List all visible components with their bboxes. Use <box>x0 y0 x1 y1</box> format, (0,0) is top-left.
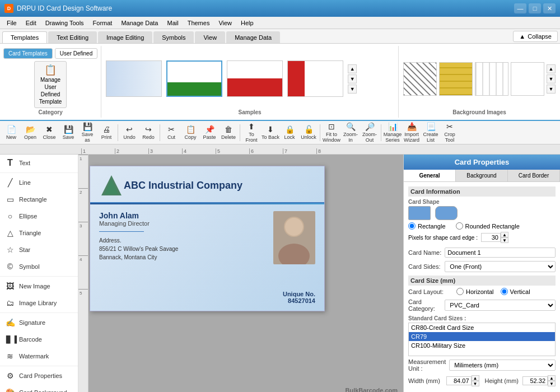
menu-themes[interactable]: Themes <box>183 18 214 27</box>
maximize-button[interactable]: □ <box>529 3 541 13</box>
sidebar-item-star[interactable]: ☆ Star <box>0 241 78 258</box>
tab-templates[interactable]: Templates <box>2 31 47 43</box>
sidebar-item-signature[interactable]: ✍ Signature <box>0 314 78 331</box>
height-spin-arrows[interactable]: ▲ ▼ <box>548 375 556 386</box>
layout-v-input[interactable] <box>501 288 508 295</box>
height-up-arrow[interactable]: ▲ <box>548 375 556 381</box>
sidebar-item-watermark[interactable]: ≋ Watermark <box>0 348 78 365</box>
pixels-spin-arrows[interactable]: ▲ ▼ <box>501 232 508 243</box>
bg-scroll-up[interactable]: ▲ <box>547 64 556 73</box>
width-spin[interactable]: ▲ ▼ <box>446 375 479 386</box>
bg-scroll-down[interactable]: ▼ <box>547 74 556 83</box>
sidebar-item-text[interactable]: T Text <box>0 155 78 171</box>
pixels-spin[interactable]: ▲ ▼ <box>481 232 508 243</box>
width-spin-arrows[interactable]: ▲ ▼ <box>472 375 479 386</box>
menu-drawing-tools[interactable]: Drawing Tools <box>41 18 88 27</box>
undo-button[interactable]: ↩Undo <box>120 123 138 142</box>
sidebar-item-image-library[interactable]: 🗂 Image Library <box>0 295 78 311</box>
sidebar-item-rectangle[interactable]: ▭ Rectangle <box>0 191 78 208</box>
unlock-button[interactable]: 🔓Unlock <box>300 123 318 142</box>
height-input[interactable] <box>522 376 548 385</box>
open-button[interactable]: 📂Open <box>21 123 39 142</box>
menu-view[interactable]: View <box>214 18 236 27</box>
rect-radio[interactable]: Rectangle <box>408 222 446 230</box>
sample-thumb-3[interactable] <box>227 60 283 97</box>
round-radio[interactable]: Rounded Rectangle <box>456 222 520 230</box>
bg-scrollbar[interactable]: ▲ ▼ ▼ <box>547 64 556 94</box>
layout-h-radio[interactable]: Horizontal <box>456 288 494 295</box>
height-down-arrow[interactable]: ▼ <box>548 381 556 386</box>
sample-thumb-2[interactable] <box>166 60 222 97</box>
tab-manage-data[interactable]: Manage Data <box>226 31 280 43</box>
save-as-button[interactable]: 💾Save as <box>78 123 96 142</box>
copy-button[interactable]: 📋Copy <box>181 123 199 142</box>
layout-v-radio[interactable]: Vertical <box>501 288 530 295</box>
close-button[interactable]: ✕ <box>543 3 556 13</box>
create-list-button[interactable]: 📃Create List <box>422 123 440 142</box>
size-cr80[interactable]: CR80-Credit Card Size <box>409 323 555 332</box>
sidebar-item-new-image[interactable]: 🖼 New Image <box>0 278 78 295</box>
sidebar-item-ellipse[interactable]: ○ Ellipse <box>0 208 78 225</box>
size-list[interactable]: CR80-Credit Card Size CR79 CR100-Militar… <box>408 323 556 356</box>
bg-thumb-1[interactable] <box>403 62 437 96</box>
tab-card-border[interactable]: Card Border <box>508 170 560 181</box>
measurement-select[interactable]: Milimeters (mm) Inches <box>449 360 556 371</box>
collapse-button[interactable]: ▲ Collapse <box>513 31 558 42</box>
menu-mail[interactable]: Mail <box>162 18 183 27</box>
print-button[interactable]: 🖨Print <box>97 123 115 142</box>
width-down-arrow[interactable]: ▼ <box>472 381 479 386</box>
tab-symbols[interactable]: Symbols <box>153 31 194 43</box>
cut-button[interactable]: ✂Cut <box>162 123 180 142</box>
card-category-select[interactable]: PVC_Card <box>445 300 556 311</box>
manage-series-button[interactable]: 📊Manage Series <box>384 123 402 142</box>
tab-text-editing[interactable]: Text Editing <box>48 31 97 43</box>
samples-scroll-up[interactable]: ▲ <box>348 64 357 73</box>
crop-tool-button[interactable]: ✂Crop Tool <box>441 123 459 142</box>
card-name-input[interactable] <box>445 248 556 258</box>
rect-radio-input[interactable] <box>408 222 416 230</box>
sidebar-item-barcode[interactable]: ▐▌▐ Barcode <box>0 331 78 348</box>
minimize-button[interactable]: — <box>514 3 526 13</box>
pixels-input[interactable] <box>481 233 501 242</box>
sidebar-item-line[interactable]: ╱ Line <box>0 174 78 191</box>
fit-to-window-button[interactable]: ⊡Fit to Window <box>323 123 340 142</box>
close-button[interactable]: ✖Close <box>40 123 58 142</box>
menu-file[interactable]: File <box>2 18 21 27</box>
sidebar-item-triangle[interactable]: △ Triangle <box>0 225 78 241</box>
round-radio-input[interactable] <box>456 222 463 230</box>
sidebar-item-card-properties[interactable]: ⚙ Card Properties <box>0 367 78 384</box>
bg-thumb-3[interactable] <box>475 62 508 96</box>
zoom-out-button[interactable]: 🔎Zoom-Out <box>361 123 379 142</box>
to-front-button[interactable]: ⬆To Front <box>242 123 260 142</box>
redo-button[interactable]: ↪Redo <box>139 123 157 142</box>
card-templates-button[interactable]: Card Templates <box>3 48 53 59</box>
samples-scroll-dropdown[interactable]: ▼ <box>348 85 357 94</box>
zoom-in-button[interactable]: 🔍Zoom-In <box>342 123 360 142</box>
menu-manage-data[interactable]: Manage Data <box>116 18 162 27</box>
size-cr79[interactable]: CR79 <box>409 332 555 341</box>
menu-edit[interactable]: Edit <box>21 18 41 27</box>
height-spin[interactable]: ▲ ▼ <box>522 375 556 386</box>
card-sides-select[interactable]: One (Front) Two (Front & Back) <box>445 261 556 272</box>
bg-thumb-2[interactable] <box>439 62 473 96</box>
bg-thumb-4[interactable] <box>511 62 544 96</box>
paste-button[interactable]: 📌Paste <box>200 123 218 142</box>
layout-h-input[interactable] <box>456 288 464 295</box>
pixels-up-arrow[interactable]: ▲ <box>501 232 508 237</box>
samples-scrollbar[interactable]: ▲ ▼ ▼ <box>348 64 357 94</box>
lock-button[interactable]: 🔒Lock <box>281 123 298 142</box>
manage-template-button[interactable]: 📋 ManageUserDefinedTemplate <box>34 61 67 108</box>
to-back-button[interactable]: ⬇To Back <box>262 123 279 142</box>
user-defined-button[interactable]: User Defined <box>55 48 97 59</box>
tab-view[interactable]: View <box>195 31 225 43</box>
sidebar-item-card-background[interactable]: 🎨 Card Background <box>0 384 78 392</box>
menu-help[interactable]: Help <box>236 18 258 27</box>
sample-thumb-1[interactable] <box>106 60 162 97</box>
delete-button[interactable]: 🗑Delete <box>220 123 237 142</box>
menu-format[interactable]: Format <box>88 18 117 27</box>
tab-image-editing[interactable]: Image Editing <box>98 31 152 43</box>
tab-general[interactable]: General <box>404 170 456 181</box>
new-button[interactable]: 📄New <box>2 123 20 142</box>
pixels-down-arrow[interactable]: ▼ <box>501 237 508 243</box>
tab-background[interactable]: Background <box>456 170 508 181</box>
